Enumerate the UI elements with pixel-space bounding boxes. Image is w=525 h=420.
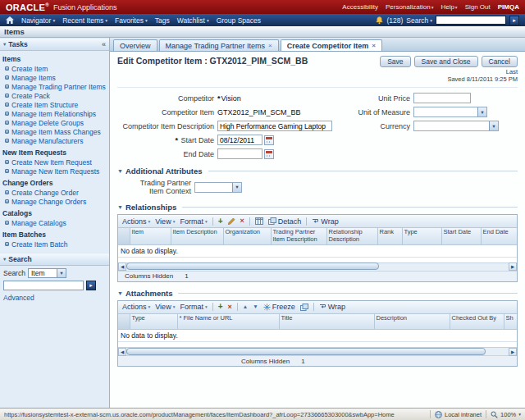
detach-button[interactable]: Detach <box>268 217 302 226</box>
task-link-create-pack[interactable]: Create Pack <box>2 91 107 100</box>
section-header-attachments[interactable]: ▼ Attachments <box>117 289 518 298</box>
column-header-relationship-description[interactable]: Relationship Description <box>326 228 377 244</box>
scrollbar-thumb[interactable] <box>126 262 379 270</box>
task-link-create-new-item-request[interactable]: Create New Item Request <box>2 158 107 167</box>
actions-menu[interactable]: Actions▾ <box>122 217 150 226</box>
nav-favorites[interactable]: Favorites▾ <box>115 16 148 25</box>
relationships-horizontal-scrollbar[interactable]: ◀ ▶ <box>118 262 517 271</box>
nav-watchlist[interactable]: Watchlist▾ <box>177 16 209 25</box>
disclosure-triangle-icon[interactable]: ▼ <box>117 204 123 210</box>
scroll-left-icon[interactable]: ◀ <box>118 348 126 356</box>
scrollbar-track[interactable] <box>126 348 509 356</box>
end-date-input[interactable] <box>217 148 262 159</box>
advanced-search-link[interactable]: Advanced <box>3 294 106 302</box>
view-menu[interactable]: View▾ <box>155 217 175 226</box>
disclosure-triangle-icon[interactable]: ▾ <box>3 41 6 48</box>
chevron-down-icon[interactable]: ▼ <box>232 183 241 192</box>
section-header-relationships[interactable]: ▼ Relationships <box>117 203 518 212</box>
column-header-organization[interactable]: Organization <box>223 228 271 244</box>
nav-navigator[interactable]: Navigator▾ <box>21 16 55 25</box>
notification-count[interactable]: (128) <box>386 16 403 25</box>
column-header-start-date[interactable]: Start Date <box>441 228 481 244</box>
go-down-icon[interactable]: ▼ <box>253 304 258 310</box>
chevron-down-icon[interactable]: ▼ <box>477 107 486 116</box>
disclosure-triangle-icon[interactable]: ▾ <box>3 256 6 262</box>
chevron-down-icon[interactable]: ▼ <box>489 121 498 130</box>
tab-manage-trading-partner-items[interactable]: Manage Trading Partner Items× <box>159 39 279 51</box>
column-header-description[interactable]: Description <box>374 314 450 330</box>
home-button[interactable] <box>6 16 14 24</box>
column-header-title[interactable]: Title <box>279 314 374 330</box>
start-date-input[interactable] <box>217 135 262 145</box>
tasks-panel-header[interactable]: ▾ Tasks « <box>0 38 109 51</box>
task-link-manage-new-item-requests[interactable]: Manage New Item Requests <box>2 167 107 176</box>
calendar-icon[interactable] <box>264 149 274 159</box>
wrap-button[interactable]: Wrap <box>312 217 338 226</box>
wrap-button[interactable]: Wrap <box>319 303 345 311</box>
tab-create-competitor-item[interactable]: Create Competitor Item× <box>281 39 382 51</box>
column-header-type[interactable]: Type <box>402 228 441 244</box>
sidebar-search-go-button[interactable]: ▸ <box>86 281 96 290</box>
freeze-button[interactable]: Freeze <box>263 303 295 311</box>
columns-icon[interactable] <box>255 217 263 225</box>
column-header-end-date[interactable]: End Date <box>481 228 517 244</box>
nav-tags[interactable]: Tags <box>155 16 170 25</box>
accessibility-link[interactable]: Accessibility <box>342 3 378 11</box>
task-link-create-item[interactable]: Create Item <box>2 64 107 73</box>
go-up-icon[interactable]: ▲ <box>243 304 248 310</box>
scrollbar-track[interactable] <box>126 262 509 271</box>
section-header-additional-attributes[interactable]: ▼ Additional Attributes <box>117 167 518 176</box>
competitor-item-description-input[interactable] <box>217 121 332 131</box>
task-link-create-item-batch[interactable]: Create Item Batch <box>2 240 107 249</box>
disclosure-triangle-icon[interactable]: ▼ <box>117 168 123 174</box>
column-header-checked-out-by[interactable]: Checked Out By <box>450 314 504 330</box>
delete-icon[interactable]: × <box>240 217 244 225</box>
scroll-left-icon[interactable]: ◀ <box>118 262 126 271</box>
cancel-button[interactable]: Cancel <box>482 56 518 67</box>
tab-overview[interactable]: Overview <box>113 39 158 51</box>
actions-menu[interactable]: Actions▾ <box>122 303 150 311</box>
nav-group-spaces[interactable]: Group Spaces <box>217 16 261 25</box>
task-link-manage-manufacturers[interactable]: Manage Manufacturers <box>2 136 107 145</box>
column-header-trading-partner-item-description[interactable]: Trading Partner Item Description <box>271 228 326 244</box>
column-header-file-name-or-url[interactable]: * File Name or URL <box>177 314 279 330</box>
save-button[interactable]: Save <box>380 56 410 67</box>
column-header-type[interactable]: Type <box>130 314 177 330</box>
task-link-manage-delete-groups[interactable]: Manage Delete Groups <box>2 118 107 127</box>
attachments-horizontal-scrollbar[interactable]: ◀ ▶ <box>118 347 517 355</box>
task-link-manage-item-mass-changes[interactable]: Manage Item Mass Changes <box>2 127 107 136</box>
column-header-item[interactable]: Item <box>130 228 171 244</box>
zoom-control[interactable]: 100%▾ <box>491 411 521 418</box>
close-icon[interactable]: × <box>372 42 376 49</box>
trading-partner-item-context-select[interactable]: ▼ <box>194 182 242 193</box>
search-scope-menu[interactable]: Search▾ <box>406 16 432 25</box>
view-menu[interactable]: View▾ <box>155 303 175 311</box>
scrollbar-thumb[interactable] <box>126 348 486 355</box>
task-link-manage-catalogs[interactable]: Manage Catalogs <box>2 218 107 227</box>
save-and-close-button[interactable]: Save and Close <box>414 56 478 67</box>
task-link-manage-items[interactable]: Manage Items <box>2 73 107 82</box>
personalization-menu[interactable]: Personalization▾ <box>386 3 433 11</box>
task-link-manage-trading-partner-items[interactable]: Manage Trading Partner Items <box>2 82 107 91</box>
notifications-bell-icon[interactable] <box>376 16 383 25</box>
scroll-right-icon[interactable]: ▶ <box>509 348 517 356</box>
column-header-rank[interactable]: Rank <box>377 228 402 244</box>
edit-icon[interactable] <box>228 217 235 225</box>
format-menu[interactable]: Format▾ <box>180 303 207 311</box>
task-link-manage-change-orders[interactable]: Manage Change Orders <box>2 197 107 206</box>
disclosure-triangle-icon[interactable]: ▼ <box>117 290 123 296</box>
search-panel-header[interactable]: ▾ Search <box>0 253 109 266</box>
column-header-shared[interactable]: Sh <box>504 314 517 330</box>
task-link-create-item-structure[interactable]: Create Item Structure <box>2 100 107 109</box>
chevron-down-icon[interactable]: ▼ <box>57 269 66 277</box>
close-icon[interactable]: × <box>268 42 272 49</box>
unit-of-measure-select[interactable]: ▼ <box>413 107 487 117</box>
scroll-right-icon[interactable]: ▶ <box>509 262 517 271</box>
currency-select[interactable]: ▼ <box>413 121 499 131</box>
add-attachment-icon[interactable]: + <box>218 303 223 311</box>
task-link-manage-item-relationships[interactable]: Manage Item Relationships <box>2 109 107 118</box>
calendar-icon[interactable] <box>264 135 274 145</box>
sidebar-search-input[interactable] <box>3 281 84 290</box>
column-header-item-description[interactable]: Item Description <box>171 228 223 244</box>
detach-icon[interactable] <box>300 304 308 311</box>
